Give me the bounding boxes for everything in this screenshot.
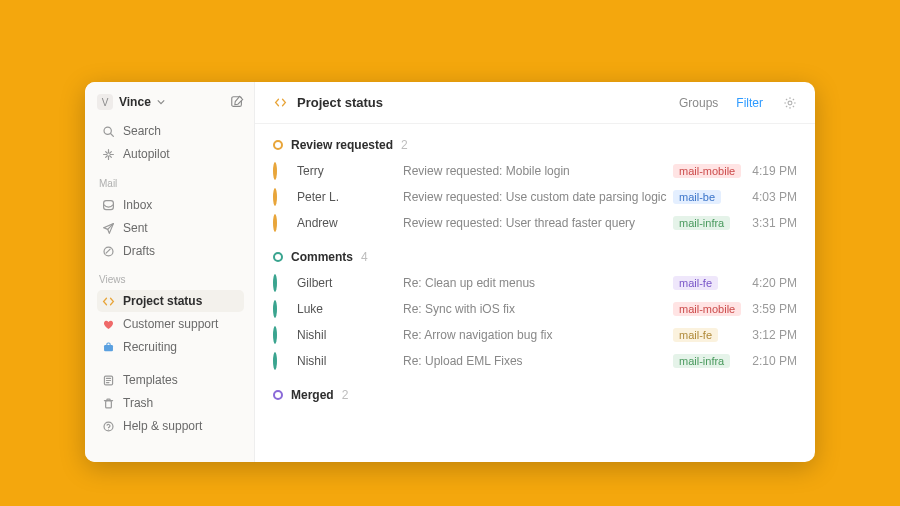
sidebar-item-inbox[interactable]: Inbox bbox=[97, 194, 244, 216]
gear-icon[interactable] bbox=[783, 96, 797, 110]
sidebar-item-label: Sent bbox=[123, 221, 148, 235]
sidebar-item-autopilot[interactable]: Autopilot bbox=[97, 143, 244, 165]
sidebar-item-sent[interactable]: Sent bbox=[97, 217, 244, 239]
trash-icon bbox=[101, 396, 115, 410]
help-icon bbox=[101, 419, 115, 433]
tag-cell: mail-fe bbox=[673, 276, 743, 290]
group-comments: Comments 4 Gilbert Re: Clean up edit men… bbox=[273, 250, 797, 374]
svg-rect-5 bbox=[105, 400, 111, 407]
message-row[interactable]: Gilbert Re: Clean up edit menus mail-fe … bbox=[273, 270, 797, 296]
status-dot-icon bbox=[273, 252, 283, 262]
tag-badge: mail-mobile bbox=[673, 164, 741, 178]
timestamp: 4:03 PM bbox=[749, 190, 797, 204]
subject: Review requested: Use custom date parsin… bbox=[403, 190, 667, 204]
avatar: V bbox=[97, 94, 113, 110]
user-row: V Vince bbox=[97, 94, 244, 110]
group-count: 4 bbox=[361, 250, 368, 264]
subject: Review requested: Mobile login bbox=[403, 164, 667, 178]
sidebar-item-label: Customer support bbox=[123, 317, 218, 331]
compose-icon[interactable] bbox=[230, 95, 244, 109]
sidebar-item-label: Trash bbox=[123, 396, 153, 410]
tag-cell: mail-be bbox=[673, 190, 743, 204]
main-pane: Project status Groups Filter Review requ… bbox=[255, 82, 815, 462]
sidebar-item-templates[interactable]: Templates bbox=[97, 369, 244, 391]
sidebar-item-label: Project status bbox=[123, 294, 202, 308]
status-dot-icon bbox=[273, 302, 291, 316]
tag-cell: mail-mobile bbox=[673, 302, 743, 316]
svg-rect-3 bbox=[104, 345, 113, 351]
sidebar-section-label: Mail bbox=[99, 178, 242, 189]
sidebar-item-drafts[interactable]: Drafts bbox=[97, 240, 244, 262]
sidebar-item-search[interactable]: Search bbox=[97, 120, 244, 142]
sidebar-item-label: Inbox bbox=[123, 198, 152, 212]
group-name: Comments bbox=[291, 250, 353, 264]
search-icon bbox=[101, 124, 115, 138]
status-dot-icon bbox=[273, 164, 291, 178]
sidebar-item-trash[interactable]: Trash bbox=[97, 392, 244, 414]
svg-point-8 bbox=[788, 101, 792, 105]
message-row[interactable]: Luke Re: Sync with iOS fix mail-mobile 3… bbox=[273, 296, 797, 322]
group-count: 2 bbox=[401, 138, 408, 152]
message-list: Review requested 2 Terry Review requeste… bbox=[255, 124, 815, 462]
sidebar-item-label: Templates bbox=[123, 373, 178, 387]
sidebar-item-label: Autopilot bbox=[123, 147, 170, 161]
tag-badge: mail-fe bbox=[673, 328, 718, 342]
code-icon bbox=[273, 96, 287, 110]
group-header[interactable]: Review requested 2 bbox=[273, 138, 797, 152]
status-dot-icon bbox=[273, 216, 291, 230]
header: Project status Groups Filter bbox=[255, 82, 815, 124]
tag-cell: mail-mobile bbox=[673, 164, 743, 178]
user-name: Vince bbox=[119, 95, 151, 109]
page-title: Project status bbox=[297, 95, 383, 110]
sender: Peter L. bbox=[297, 190, 397, 204]
svg-point-7 bbox=[108, 428, 109, 429]
status-dot-icon bbox=[273, 140, 283, 150]
sidebar-item-help-support[interactable]: Help & support bbox=[97, 415, 244, 437]
subject: Re: Clean up edit menus bbox=[403, 276, 667, 290]
sidebar-item-project-status[interactable]: Project status bbox=[97, 290, 244, 312]
message-row[interactable]: Peter L. Review requested: Use custom da… bbox=[273, 184, 797, 210]
sidebar-item-label: Drafts bbox=[123, 244, 155, 258]
timestamp: 2:10 PM bbox=[749, 354, 797, 368]
timestamp: 3:12 PM bbox=[749, 328, 797, 342]
send-icon bbox=[101, 221, 115, 235]
tag-badge: mail-infra bbox=[673, 216, 730, 230]
sender: Gilbert bbox=[297, 276, 397, 290]
tag-cell: mail-infra bbox=[673, 354, 743, 368]
sidebar-item-label: Search bbox=[123, 124, 161, 138]
subject: Re: Arrow navigation bug fix bbox=[403, 328, 667, 342]
sidebar-item-label: Help & support bbox=[123, 419, 202, 433]
sender: Nishil bbox=[297, 354, 397, 368]
status-dot-icon bbox=[273, 354, 291, 368]
group-header[interactable]: Comments 4 bbox=[273, 250, 797, 264]
tag-badge: mail-be bbox=[673, 190, 721, 204]
sidebar-item-recruiting[interactable]: Recruiting bbox=[97, 336, 244, 358]
draft-icon bbox=[101, 244, 115, 258]
message-row[interactable]: Andrew Review requested: User thread fas… bbox=[273, 210, 797, 236]
subject: Re: Upload EML Fixes bbox=[403, 354, 667, 368]
sender: Luke bbox=[297, 302, 397, 316]
status-dot-icon bbox=[273, 276, 291, 290]
sender: Terry bbox=[297, 164, 397, 178]
group-review-requested: Review requested 2 Terry Review requeste… bbox=[273, 138, 797, 236]
templates-icon bbox=[101, 373, 115, 387]
code-icon bbox=[101, 294, 115, 308]
group-header[interactable]: Merged 2 bbox=[273, 388, 797, 402]
message-row[interactable]: Nishil Re: Upload EML Fixes mail-infra 2… bbox=[273, 348, 797, 374]
message-row[interactable]: Terry Review requested: Mobile login mai… bbox=[273, 158, 797, 184]
sidebar-item-customer-support[interactable]: Customer support bbox=[97, 313, 244, 335]
sparkle-icon bbox=[101, 147, 115, 161]
group-count: 2 bbox=[342, 388, 349, 402]
user-menu[interactable]: V Vince bbox=[97, 94, 165, 110]
group-merged: Merged 2 bbox=[273, 388, 797, 402]
filter-button[interactable]: Filter bbox=[732, 94, 767, 112]
subject: Review requested: User thread faster que… bbox=[403, 216, 667, 230]
sidebar-item-label: Recruiting bbox=[123, 340, 177, 354]
tag-cell: mail-infra bbox=[673, 216, 743, 230]
timestamp: 4:20 PM bbox=[749, 276, 797, 290]
groups-button[interactable]: Groups bbox=[675, 94, 722, 112]
sender: Andrew bbox=[297, 216, 397, 230]
tag-badge: mail-infra bbox=[673, 354, 730, 368]
message-row[interactable]: Nishil Re: Arrow navigation bug fix mail… bbox=[273, 322, 797, 348]
tag-cell: mail-fe bbox=[673, 328, 743, 342]
